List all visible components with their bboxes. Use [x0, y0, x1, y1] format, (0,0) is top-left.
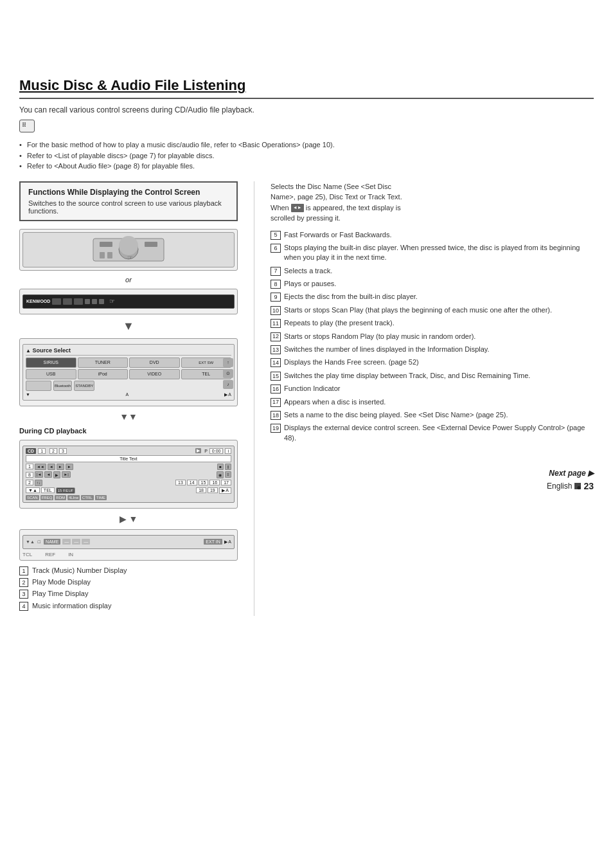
num-item-4: 4 Music information display [19, 601, 238, 611]
num-text-1: Track (Music) Number Display [32, 566, 127, 575]
screen-bar: KENWOOD ☞ [22, 294, 235, 309]
ctrl-c: ◉ [217, 471, 224, 478]
right-num-item-17: 17 Appears when a disc is inserted. [271, 397, 594, 407]
bottom-sep: □ [38, 539, 40, 544]
next-page-label: Next page ▶ [271, 469, 594, 478]
right-num-badge-9: 9 [271, 293, 281, 302]
cd-controls-row-2: 8 |◄ ◄ ▶ ►| ◉ ≡ [26, 471, 231, 478]
num-text-2: Play Mode Display [32, 577, 91, 587]
source-btn-ipod: iPod [78, 369, 129, 379]
ctrl-18: 18 [196, 487, 206, 493]
left-column: Functions While Displaying the Control S… [19, 181, 238, 617]
page-number-area: English ● 23 [271, 481, 594, 491]
right-num-badge-15: 15 [271, 372, 281, 381]
ctrl-prev2: |◄ [35, 471, 44, 478]
bullet-list: For the basic method of how to play a mu… [19, 140, 594, 172]
ctrl-num-8: 8 [26, 472, 33, 478]
ctrl-14: 14 [187, 480, 197, 485]
right-num-item-19: 19 Displays the external device control … [271, 423, 594, 443]
source-btn-standby: STANDBY [74, 381, 94, 391]
right-num-badge-6: 6 [271, 244, 281, 253]
right-num-text-16: Function Indicator [284, 384, 340, 393]
right-num-text-13: Switches the number of lines displayed i… [284, 345, 490, 354]
num-item-1: 1 Track (Music) Number Display [19, 566, 238, 575]
ctrl-17: 17 [221, 480, 231, 485]
screen-mock-top: ☞ [22, 232, 235, 267]
num-badge-1: 1 [19, 566, 28, 575]
svg-text:☞: ☞ [127, 254, 133, 261]
bottom-blank1: — [62, 539, 71, 545]
right-num-badge-14: 14 [271, 358, 281, 367]
num-badge-3: 3 [19, 590, 28, 599]
bottom-name: NAME [44, 539, 60, 545]
num-item-3: 3 Play Time Display [19, 589, 238, 599]
right-num-text-19: Displays the external device control scr… [284, 423, 594, 443]
functions-box-desc: Switches to the source control screen to… [28, 199, 229, 215]
bar-btn-sm-3 [99, 299, 104, 304]
right-num-item-13: 13 Switches the number of lines displaye… [271, 345, 594, 354]
right-num-text-5: Fast Forwards or Fast Backwards. [284, 230, 392, 240]
ctrl-19: 19 [208, 487, 218, 493]
bar-btn-3 [74, 298, 83, 305]
ctrl-num-2: 2 [26, 480, 33, 485]
bottom-label-tcl: TCL [22, 552, 32, 557]
cd-num-1: 1 [38, 448, 46, 454]
right-numbered-list: 5 Fast Forwards or Fast Backwards. 6 Sto… [271, 230, 594, 444]
bar-btn-2 [63, 298, 72, 305]
cd-controls-row-1: 1 ◄◄ ◄ ► ► ■ || [26, 464, 231, 470]
right-num-badge-5: 5 [271, 231, 281, 240]
right-num-badge-7: 7 [271, 267, 281, 276]
or-text: or [19, 276, 238, 284]
right-num-item-5: 5 Fast Forwards or Fast Backwards. [271, 230, 594, 240]
bottom-labels-row: TCL REF IN [22, 552, 235, 557]
source-select-inner: ▲ Source Select SIRIUS TUNER DVD EXT SW … [22, 344, 235, 401]
cd-mode-row: SCAN FREQ RDM 4LIne CTRL TIME [26, 495, 231, 500]
ctrl-b2: ◄ [44, 471, 52, 478]
disc-player-svg: ☞ [90, 235, 167, 264]
right-num-badge-19: 19 [271, 424, 281, 433]
cd-p-label: P [204, 449, 208, 453]
bullet-item: Refer to <About Audio file> (page 8) for… [19, 161, 594, 172]
right-num-text-15: Switches the play time display between T… [284, 371, 530, 381]
ctrl-fr: ► [57, 464, 64, 470]
right-num-text-17: Appears when a disc is inserted. [284, 397, 386, 407]
source-btn-blank [26, 381, 51, 391]
ctrl-e: ↑↓ [35, 480, 42, 486]
right-num-text-7: Selects a track. [284, 266, 332, 276]
source-side-icons: ↑ ⊙ ♪ [223, 358, 233, 389]
right-column: Selects the Disc Name (See <Set Disc Nam… [271, 181, 594, 617]
ctrl-stop: ■ [217, 464, 224, 470]
num-badge-4: 4 [19, 602, 28, 611]
bar-btn-sm-1 [85, 299, 90, 304]
ctrl-16: 16 [209, 480, 220, 485]
source-page: A [126, 392, 129, 397]
source-nav-down: ▼ [26, 392, 30, 397]
cd-top-row: CD 1 2 3 ▶ P 0:00 i [26, 448, 231, 454]
bottom-blank3: — [82, 539, 90, 545]
language-label: English [547, 482, 572, 491]
side-icon-1: ↑ [223, 358, 233, 367]
right-num-item-10: 10 Starts or stops Scan Play (that plays… [271, 305, 594, 315]
ctrl-15: 15 [199, 480, 209, 485]
source-btn-video: VIDEO [129, 369, 180, 379]
mode-scan: SCAN [26, 495, 39, 500]
bottom-screen: ▼▲ □ NAME — — — EXT IN ▶ A TCL REF [19, 529, 238, 561]
touch-cursor: ☞ [109, 298, 115, 305]
right-num-item-8: 8 Plays or pauses. [271, 279, 594, 289]
num-item-2: 2 Play Mode Display [19, 577, 238, 587]
device-screen-bar: KENWOOD ☞ [19, 289, 238, 314]
source-btn-usb: USB [26, 369, 76, 379]
source-btn-tuner: TUNER [78, 357, 129, 368]
mode-freq: FREQ [40, 495, 54, 500]
bullet-item: Refer to <List of playable discs> (page … [19, 150, 594, 161]
right-intro-text: Selects the Disc Name (See <Set Disc Nam… [271, 181, 594, 224]
right-num-text-6: Stops playing the built-in disc player. … [284, 243, 594, 263]
remote-icon: ⠿ [19, 120, 35, 132]
svg-point-2 [125, 246, 132, 253]
cd-time: 0:00 [209, 448, 224, 454]
right-num-badge-17: 17 [271, 398, 281, 407]
cd-play-icon: ▶ [195, 448, 201, 453]
right-num-text-18: Sets a name to the disc being played. Se… [284, 410, 508, 420]
svg-point-3 [127, 248, 130, 251]
num-badge-2: 2 [19, 578, 28, 587]
